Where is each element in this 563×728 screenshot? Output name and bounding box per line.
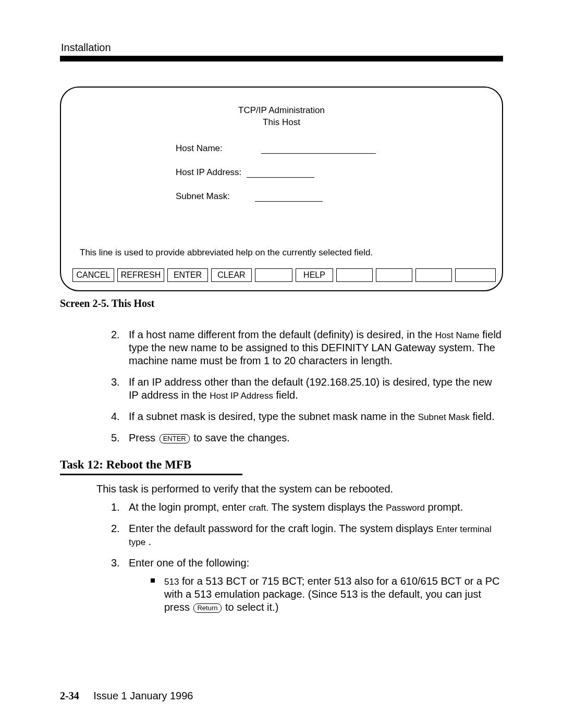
step-4: 4. If a subnet mask is desired, type the…	[111, 410, 503, 423]
body-area: 2. If a host name different from the def…	[111, 328, 503, 445]
refresh-button[interactable]: REFRESH	[117, 268, 164, 282]
task-heading: Task 12: Reboot the MFB	[60, 458, 503, 472]
blank-button[interactable]	[255, 268, 292, 282]
document-page: Installation TCP/IP Administration This …	[0, 0, 563, 728]
host-name-label: Host Name:	[176, 143, 247, 154]
enter-keycap: ENTER	[160, 434, 190, 443]
blank-button[interactable]	[376, 268, 412, 282]
enter-button[interactable]: ENTER	[167, 268, 208, 282]
screen-caption: Screen 2-5. This Host	[60, 298, 503, 310]
function-key-row: CANCEL REFRESH ENTER CLEAR HELP	[72, 268, 491, 282]
cancel-button[interactable]: CANCEL	[72, 268, 114, 282]
page-number: 2-34	[60, 690, 79, 701]
step-5: 5. Press ENTER to save the changes.	[111, 431, 503, 445]
step-list-a: 2. If a host name different from the def…	[111, 328, 503, 445]
subnet-input[interactable]	[255, 193, 323, 202]
terminal-screen: TCP/IP Administration This Host Host Nam…	[60, 87, 503, 291]
clear-button[interactable]: CLEAR	[211, 268, 252, 282]
task-rule	[60, 474, 242, 475]
subnet-label: Subnet Mask:	[176, 191, 247, 202]
blank-button[interactable]	[336, 268, 373, 282]
terminal-type-list: 513 for a 513 BCT or 715 BCT; enter 513 …	[151, 575, 503, 614]
field-block: Host Name: Host IP Address: Subnet Mask:	[176, 143, 491, 202]
blank-button[interactable]	[415, 268, 452, 282]
step-2: 2. If a host name different from the def…	[111, 328, 503, 367]
terminal-type-513: 513 for a 513 BCT or 715 BCT; enter 513 …	[151, 575, 503, 614]
host-ip-input[interactable]	[247, 169, 314, 178]
subnet-row: Subnet Mask:	[176, 191, 491, 202]
body-area-2: 1. At the login prompt, enter craft. The…	[111, 501, 503, 614]
return-keycap: Return	[193, 603, 221, 613]
issue-date: Issue 1 January 1996	[93, 690, 193, 701]
running-header: Installation	[61, 42, 503, 54]
blank-button[interactable]	[455, 268, 496, 282]
screen-subtitle: This Host	[72, 117, 491, 128]
step-list-b: 1. At the login prompt, enter craft. The…	[111, 501, 503, 614]
task-step-1: 1. At the login prompt, enter craft. The…	[111, 501, 503, 514]
host-name-row: Host Name:	[176, 143, 491, 154]
task-intro: This task is performed to verify that th…	[96, 483, 503, 496]
task-step-2: 2. Enter the default password for the cr…	[111, 522, 503, 548]
host-name-input[interactable]	[261, 145, 376, 154]
header-rule	[60, 56, 503, 61]
host-ip-label: Host IP Address:	[176, 167, 247, 178]
help-line: This line is used to provide abbreviated…	[80, 248, 373, 258]
screen-title: TCP/IP Administration	[72, 105, 491, 116]
page-footer: 2-34 Issue 1 January 1996	[60, 690, 193, 702]
task-step-3: 3. Enter one of the following: 513 for a…	[111, 557, 503, 614]
host-ip-row: Host IP Address:	[176, 167, 491, 178]
help-button[interactable]: HELP	[296, 268, 333, 282]
step-3: 3. If an IP address other than the defau…	[111, 376, 503, 402]
